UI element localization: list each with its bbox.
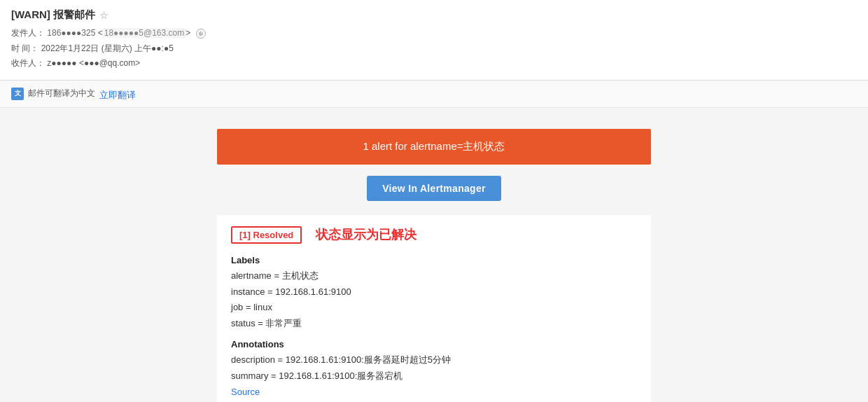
recipient-name: z●●●●● xyxy=(47,58,76,68)
annotations-section: Annotations description = 192.168.1.61:9… xyxy=(231,339,637,398)
label-instance: instance = 192.168.1.61:9100 xyxy=(231,284,637,300)
source-link[interactable]: Source xyxy=(231,387,260,397)
translate-bar: 文 邮件可翻译为中文 立即翻译 xyxy=(0,81,868,108)
sender-email: 18●●●●●5@163.com xyxy=(103,28,186,38)
alert-card: [1] Resolved 状态显示为已解决 Labels alertname =… xyxy=(217,215,651,402)
email-body: 1 alert for alertname=主机状态 View In Alert… xyxy=(0,108,868,402)
time-row: 时 间： 2022年1月22日 (星期六) 上午●●:●5 xyxy=(11,41,857,57)
recipient-row: 收件人： z●●●●● <●●●@qq.com> xyxy=(11,56,857,71)
sender-name: 186●●●●325 xyxy=(47,28,95,38)
view-alertmanager-button[interactable]: View In Alertmanager xyxy=(367,176,501,201)
time-label: 时 间： xyxy=(11,43,38,53)
recipient-email: ●●●@qq.com xyxy=(84,58,135,68)
star-icon[interactable]: ☆ xyxy=(99,10,108,21)
subject-text: [WARN] 报警邮件 xyxy=(11,8,95,22)
label-status: status = 非常严重 xyxy=(231,316,637,332)
email-container: [WARN] 报警邮件 ☆ 发件人： 186●●●●325 <18●●●●●5@… xyxy=(0,0,868,402)
resolved-badge-row: [1] Resolved 状态显示为已解决 xyxy=(231,226,637,244)
email-header: [WARN] 报警邮件 ☆ 发件人： 186●●●●325 <18●●●●●5@… xyxy=(0,0,868,81)
labels-title: Labels xyxy=(231,255,637,265)
email-subject-line: [WARN] 报警邮件 ☆ xyxy=(11,8,857,22)
translate-text: 邮件可翻译为中文 xyxy=(28,88,95,99)
translate-link[interactable]: 立即翻译 xyxy=(99,89,136,102)
annotation-description: description = 192.168.1.61:9100:服务器延时超过5… xyxy=(231,352,637,368)
resolved-badge: [1] Resolved xyxy=(231,226,302,244)
email-meta: 发件人： 186●●●●325 <18●●●●●5@163.com> ⊕ 时 间… xyxy=(11,26,857,71)
annotation-summary: summary = 192.168.1.61:9100:服务器宕机 xyxy=(231,368,637,384)
alert-banner: 1 alert for alertname=主机状态 xyxy=(217,129,651,165)
resolved-annotation-text: 状态显示为已解决 xyxy=(316,226,416,243)
label-job: job = linux xyxy=(231,300,637,316)
sender-label: 发件人： xyxy=(11,28,45,38)
globe-icon[interactable]: ⊕ xyxy=(196,29,206,39)
time-value: 2022年1月22日 (星期六) 上午●●:●5 xyxy=(41,43,174,53)
translate-icon: 文 xyxy=(11,88,24,100)
annotations-title: Annotations xyxy=(231,339,637,349)
label-alertname: alertname = 主机状态 xyxy=(231,268,637,284)
recipient-label: 收件人： xyxy=(11,58,45,68)
sender-row: 发件人： 186●●●●325 <18●●●●●5@163.com> ⊕ xyxy=(11,26,857,41)
